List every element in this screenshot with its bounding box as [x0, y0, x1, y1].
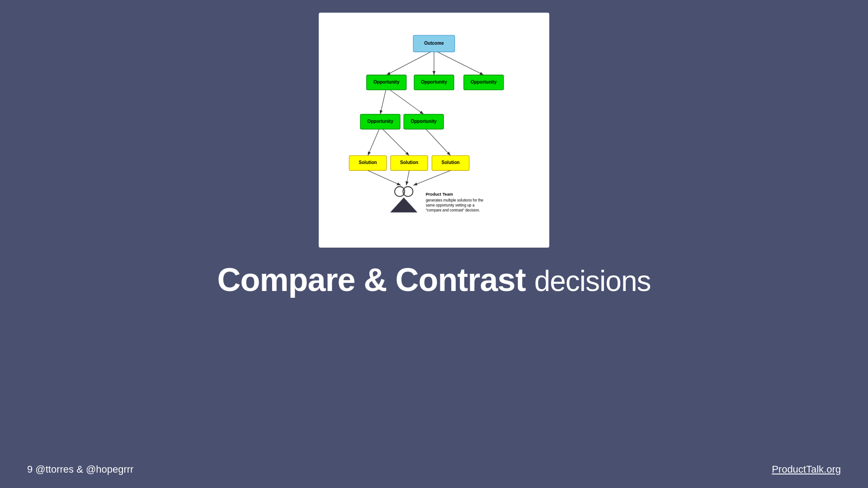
- line-outcome-opp1: [387, 50, 434, 75]
- line-sol3-person: [413, 170, 450, 185]
- line-sol2-person: [406, 170, 409, 185]
- opportunity-l2-1-label: Opportunity: [367, 119, 393, 124]
- solution-3-label: Solution: [442, 160, 460, 165]
- title-bold: Compare & Contrast: [217, 262, 526, 298]
- product-team-title: Product Team: [426, 192, 453, 197]
- product-team-desc-3: "compare and contrast" decision.: [426, 208, 480, 212]
- line-sol1-person: [368, 170, 401, 185]
- line-outcome-opp3: [434, 50, 484, 75]
- footer: 9 @ttorres & @hopegrrr ProductTalk.org: [0, 464, 868, 475]
- product-team-desc-2: same opportunity setting up a: [426, 203, 475, 207]
- opportunity-l1-2-label: Opportunity: [421, 80, 447, 84]
- title-light: decisions: [534, 265, 651, 297]
- line-opp1-opp5: [387, 87, 424, 114]
- solution-1-label: Solution: [359, 160, 377, 165]
- outcome-label: Outcome: [424, 41, 444, 46]
- person-body: [391, 198, 417, 212]
- slide-number: 9: [27, 464, 35, 475]
- opportunity-l2-2-label: Opportunity: [410, 119, 437, 124]
- slide-container: Outcome Opportunity Opportunity Opportun…: [0, 0, 868, 488]
- slide-title-area: Compare & Contrast decisions: [0, 262, 868, 298]
- line-opp4-sol2: [380, 127, 409, 155]
- authors-text: @ttorres & @hopegrrr: [35, 464, 133, 475]
- opportunity-l1-1-label: Opportunity: [373, 80, 400, 84]
- footer-website[interactable]: ProductTalk.org: [772, 464, 841, 475]
- solution-2-label: Solution: [400, 160, 418, 165]
- tree-diagram: Outcome Opportunity Opportunity Opportun…: [337, 26, 531, 229]
- diagram-card: Outcome Opportunity Opportunity Opportun…: [319, 13, 549, 248]
- line-opp1-opp4: [380, 87, 387, 114]
- opportunity-l1-3-label: Opportunity: [471, 80, 497, 84]
- slide-title: Compare & Contrast decisions: [0, 262, 868, 298]
- footer-authors: 9 @ttorres & @hopegrrr: [27, 464, 133, 475]
- line-opp5-sol3: [424, 127, 450, 155]
- line-opp4-sol1: [368, 127, 380, 155]
- product-team-desc-1: generates multiple solutions for the: [426, 198, 484, 202]
